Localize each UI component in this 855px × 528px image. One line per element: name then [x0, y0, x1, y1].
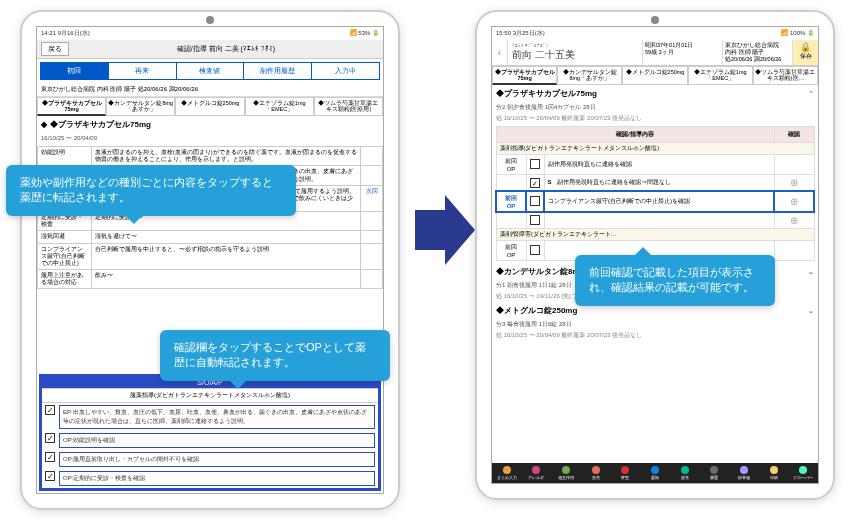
checkbox-icon[interactable]: ✓ — [530, 178, 540, 188]
add-icon[interactable]: ⊕ — [774, 175, 814, 192]
guide-row[interactable]: ⊕ — [496, 212, 814, 229]
hospital-info: 東京ひがし総合病院 内科 医師 陽子 処20/06/26 調20/06/26 — [722, 40, 792, 65]
drug-tab-2[interactable]: ◆メトグルコ錠250mg — [622, 66, 687, 85]
drug-tabs: ◆プラザキサカプセル75mg ◆カンデサルタン錠8mg「あすか」 ◆メトグルコ錠… — [37, 97, 383, 116]
drug-title: ◆ ◆プラザキサカプセル75mg — [37, 116, 383, 133]
toolbar-item[interactable]: 履歴 — [699, 463, 729, 483]
hospital-row: 東京ひがし総合病院 内科 医師 陽子 処20/06/26 調20/06/26 — [37, 83, 383, 97]
checkbox-icon[interactable]: ✓ — [45, 471, 55, 481]
tab-sideeffect[interactable]: 副作用履歴 — [244, 63, 312, 79]
status-time: 15:50 3月25日(水) — [496, 29, 545, 38]
drug-tab-4[interactable]: ◆ツムラ芍薬甘草湯エキス顆粒(医療用) — [314, 97, 383, 116]
add-icon[interactable]: ⊕ — [774, 212, 814, 229]
drug3-dose: 分3 毎食後服用 1日6錠 28日 — [492, 319, 818, 330]
soap-item[interactable]: ✓OP:服用直前取り出し・カプセルの開封不可を確認 — [42, 450, 378, 469]
toolbar-item[interactable]: クローバー — [788, 463, 818, 483]
drug-tab-3[interactable]: ◆エチゾラム錠1mg「EMEC」 — [688, 66, 753, 85]
guide-row[interactable]: ✓ S 副作用発現時直ちに連絡を確認⇒問題なし ⊕ — [496, 175, 814, 192]
patient-info: ﾏｴﾑｷ ﾆｼﾞｭｳｺﾞﾐ 前向 二十五美 — [508, 40, 642, 65]
header-title: 確認/指導 前向 二美 (ﾏｴﾑｷ ﾌﾀﾐ) — [73, 44, 379, 54]
add-icon[interactable]: ⊕ — [774, 191, 814, 212]
toolbar-item[interactable]: 印刷 — [759, 463, 789, 483]
guide-header: 確認/指導内容 — [496, 127, 774, 143]
screen-left: 14:21 9月16日(水) 📶 53% 🔋 戻る 確認/指導 前向 二美 (ﾏ… — [36, 26, 384, 494]
tab-first[interactable]: 初回 — [41, 63, 109, 79]
checkbox-icon[interactable] — [530, 196, 540, 206]
toolbar-item[interactable]: まとめ入力 — [492, 463, 522, 483]
drug-tabs-r: ◆プラザキサカプセル75mg ◆カンデサルタン錠8mg「あすか」 ◆メトグルコ錠… — [492, 66, 818, 85]
table-row[interactable]: 効能説明血液が固まるのを抑え、血栓(血液の固まり)ができるのを防ぐ薬です。血液が… — [38, 147, 383, 166]
guide2-label: 薬剤/腎障害(ダビガトランエテキシラート… — [496, 229, 814, 241]
soap-item[interactable]: ✓EP:出血しやすい、貧血、血圧の低下、血尿、吐血、血便、鼻血が出る、歯ぐきの出… — [42, 403, 378, 431]
guide-label: 薬剤指導(ダビガトランエテキシラートメタンスルホン酸塩) — [496, 143, 814, 155]
drug-tab-1[interactable]: ◆カンデサルタン錠8mg「あすか」 — [106, 97, 175, 116]
toolbar-item[interactable]: 重複 — [640, 463, 670, 483]
soap-item[interactable]: ✓OP:効能説明を確認 — [42, 431, 378, 450]
table-row[interactable]: 服用上注意がある場合の対応飲み〜 — [38, 269, 383, 288]
drug-dates: 16/10/25 〜 20/04/09 — [37, 133, 383, 144]
expand-icon[interactable]: ⌄ — [808, 307, 814, 315]
drug-tab-2[interactable]: ◆メトグルコ錠250mg — [175, 97, 244, 116]
expand-icon[interactable]: ⌃ — [808, 90, 814, 98]
status-batt: 📶 53% 🔋 — [350, 29, 379, 38]
diamond-icon: ◆ — [41, 120, 47, 129]
toolbar-item[interactable]: 後発 — [670, 463, 700, 483]
callout-1: 薬効や副作用などの種別ごとに内容をタップすると薬歴に転記されます。 — [6, 165, 296, 216]
checkbox-icon[interactable]: ✓ — [45, 433, 55, 443]
toolbar-item[interactable]: 検査値 — [729, 463, 759, 483]
drug-tab-1[interactable]: ◆カンデサルタン錠8mg「あすか」 — [557, 66, 622, 85]
guide-table: 確認/指導内容確認 薬剤指導(ダビガトランエテキシラートメタンスルホン酸塩) 前… — [495, 126, 815, 261]
camera-dot — [206, 16, 214, 24]
back-chevron-icon[interactable]: ‹ — [492, 40, 508, 65]
camera-dot — [651, 16, 659, 24]
status-time: 14:21 9月16日(水) — [41, 29, 90, 38]
callout-2: 確認欄をタップすることでOPとして薬歴に自動転記されます。 — [160, 330, 390, 381]
guide-row-highlighted[interactable]: 前回 OP コンプライアンス厳守(自己判断での中止禁止)を確認 ⊕ — [496, 191, 814, 212]
toolbar-item[interactable]: アレルギ — [522, 463, 552, 483]
toolbar-item[interactable]: 先発 — [581, 463, 611, 483]
toolbar-item[interactable]: 相互作用 — [551, 463, 581, 483]
table-row[interactable]: コンプライアンス厳守(自己判断での中止禁止)自己判断で服用を中止すると、〜必ず相… — [38, 243, 383, 269]
tablet-left: 14:21 9月16日(水) 📶 53% 🔋 戻る 確認/指導 前向 二美 (ﾏ… — [20, 10, 400, 510]
checkbox-icon[interactable] — [530, 215, 540, 225]
topbar: 戻る 確認/指導 前向 二美 (ﾏｴﾑｷ ﾌﾀﾐ) — [37, 40, 383, 59]
drug-tab-0[interactable]: ◆プラザキサカプセル75mg — [37, 97, 106, 116]
soap-item[interactable]: ✓OP:定期的に受診・検査を確認 — [42, 469, 378, 488]
soap-panel: S/O/A/P 服薬指導(ダビガトランエテキシラートメタンスルホン酸塩) ✓EP… — [39, 374, 381, 491]
drug1-dose: 分2 朝夕食後服用 1回4カプセル 28日 — [492, 102, 818, 113]
status-bar: 14:21 9月16日(水) 📶 53% 🔋 — [37, 27, 383, 40]
tab-input[interactable]: 入力中 — [312, 63, 379, 79]
confirm-header: 確認 — [774, 127, 814, 143]
checkbox-icon[interactable] — [530, 159, 540, 169]
patient-header: ‹ ﾏｴﾑｷ ﾆｼﾞｭｳｺﾞﾐ 前向 二十五美 昭和37年01月01日 59歳 … — [492, 40, 818, 66]
arrow-icon — [415, 210, 445, 250]
drug-tab-3[interactable]: ◆エチゾラム錠1mg「EMEC」 — [245, 97, 314, 116]
soap-subtitle: 服薬指導(ダビガトランエテキシラートメタンスルホン酸塩) — [42, 389, 378, 403]
expand-icon[interactable]: ⌄ — [808, 268, 814, 276]
drug1-title: ◆プラザキサカプセル75mg⌃ — [492, 85, 818, 102]
bottom-toolbar: まとめ入力 アレルギ 相互作用 先発 変更 重複 後発 履歴 検査値 印刷 クロ… — [492, 463, 818, 483]
tab-bar: 初回 再来 検査値 副作用履歴 入力中 — [40, 62, 380, 80]
tab-lab[interactable]: 検査値 — [177, 63, 245, 79]
status-bar: 15:50 3月25日(水) 📶 100% 🔋 — [492, 27, 818, 40]
callout-3: 前回確認で記載した項目が表示され、確認結果の記載が可能です。 — [575, 255, 775, 306]
drug-tab-0[interactable]: ◆プラザキサカプセル75mg — [492, 66, 557, 85]
checkbox-icon[interactable]: ✓ — [45, 405, 55, 415]
drug3-dates: 処 16/10/25 〜 20/04/09 最終服薬 20/07/23 後発品な… — [492, 330, 818, 341]
table-row[interactable]: 湿気回避湿気を避けて〜 — [38, 231, 383, 243]
patient-name: 前向 二十五美 — [512, 48, 638, 62]
checkbox-icon[interactable]: ✓ — [45, 452, 55, 462]
checkbox-icon[interactable] — [530, 245, 540, 255]
save-button[interactable]: 🔒 保存 — [792, 40, 818, 65]
tab-return[interactable]: 再来 — [109, 63, 177, 79]
patient-dob: 昭和37年01月01日 59歳 2ヶ月 — [642, 40, 722, 65]
drug1-dates: 処 16/10/25 〜 20/04/09 最終服薬 20/07/23 後発品な… — [492, 113, 818, 124]
status-batt: 📶 100% 🔋 — [781, 29, 814, 38]
guide-row[interactable]: 前回 OP 副作用発現時直ちに連絡を確認 — [496, 155, 814, 175]
back-button[interactable]: 戻る — [41, 42, 69, 56]
drug-tab-4[interactable]: ◆ツムラ芍薬甘草湯エキス顆粒(医… — [753, 66, 818, 85]
toolbar-item[interactable]: 変更 — [611, 463, 641, 483]
